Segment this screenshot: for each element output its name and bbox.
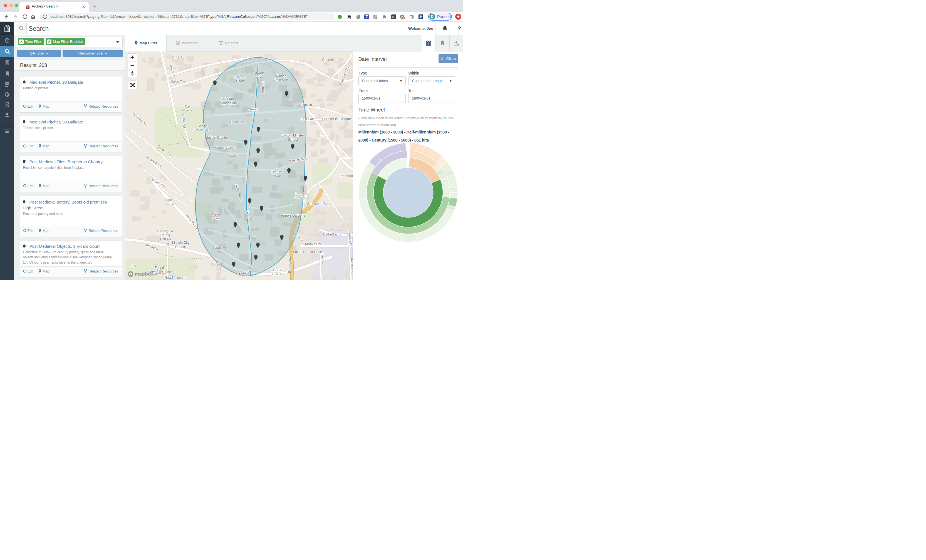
svg-text:Court: Court — [236, 79, 244, 83]
svg-text:Greggs: Greggs — [249, 107, 259, 111]
svg-text:Xp: Xp — [392, 15, 395, 18]
svg-text:Cecil St: Cecil St — [172, 56, 184, 60]
svg-text:Lillicrap: Lillicrap — [235, 75, 245, 79]
svg-text:Joiners: Joiners — [165, 198, 175, 201]
svg-text:Bailgate: Bailgate — [261, 81, 265, 94]
svg-text:Reservoir: Reservoir — [274, 78, 288, 82]
svg-text:Lincoln: Lincoln — [301, 103, 312, 107]
svg-text:New life centre: New life centre — [164, 276, 186, 280]
svg-text:Magdalen: Magdalen — [221, 101, 236, 105]
svg-text:iday: iday — [131, 263, 137, 267]
svg-text:Palace: Palace — [272, 174, 281, 177]
svg-text:Victorian Prison: Victorian Prison — [213, 146, 235, 149]
svg-text:Arms: Arms — [166, 202, 174, 205]
svg-text:Roman: Roman — [276, 74, 286, 77]
svg-text:Home: Home — [214, 262, 223, 265]
svg-text:Council: Council — [175, 245, 186, 249]
svg-text:Lincoln Minster: Lincoln Minster — [281, 133, 304, 137]
svg-text:Lincoln Castle: Lincoln Castle — [205, 136, 227, 139]
svg-text:Spile: Spile — [212, 216, 219, 220]
svg-text:Greestone Centre: Greestone Centre — [307, 202, 333, 206]
svg-text:Cobb Hall: Cobb Hall — [230, 120, 244, 124]
svg-text:School: School — [287, 138, 298, 142]
svg-text:Greestone: Greestone — [294, 192, 309, 195]
svg-text:Church Ln: Church Ln — [322, 58, 337, 62]
svg-text:Cask: Cask — [230, 154, 237, 157]
svg-text:Crown Court: Crown Court — [193, 128, 211, 132]
svg-text:East Gate: East Gate — [300, 117, 315, 121]
svg-text:Lincoln: Lincoln — [197, 124, 207, 128]
svg-text:The Old: The Old — [271, 170, 283, 174]
svg-text:The: The — [185, 105, 190, 108]
svg-text:Co-: Co- — [157, 268, 162, 272]
svg-text:Victoria: Victoria — [182, 109, 192, 112]
svg-text:St Peter in Eastgate: St Peter in Eastgate — [322, 117, 352, 121]
svg-text:Saint Mary: Saint Mary — [221, 97, 236, 101]
svg-text:supasave: supasave — [213, 246, 226, 249]
svg-text:Lincoln: Lincoln — [273, 269, 283, 272]
svg-text:9: 9 — [402, 17, 404, 19]
svg-text:Tap &: Tap & — [212, 213, 220, 216]
svg-text:Newport: Newport — [254, 71, 266, 74]
svg-text:Cathedral St: Cathedral St — [323, 232, 342, 236]
svg-text:Pottergat: Pottergat — [339, 174, 353, 178]
svg-text:geojson.io: geojson.io — [382, 18, 386, 20]
svg-text:Operative: Operative — [153, 272, 166, 275]
svg-text:Salon Two: Salon Two — [171, 80, 186, 83]
svg-text:Monks Rd: Monks Rd — [305, 242, 320, 246]
svg-text:Drill Hall: Drill Hall — [272, 272, 284, 276]
svg-text:Pavillion 2: Pavillion 2 — [294, 196, 309, 199]
svg-text:Lincoln City: Lincoln City — [172, 241, 189, 245]
svg-text:Saint Hugh of Lincoln: Saint Hugh of Lincoln — [292, 250, 324, 254]
svg-text:Temple Gardens: Temple Gardens — [280, 213, 305, 218]
svg-text:Arch: Arch — [256, 75, 263, 78]
